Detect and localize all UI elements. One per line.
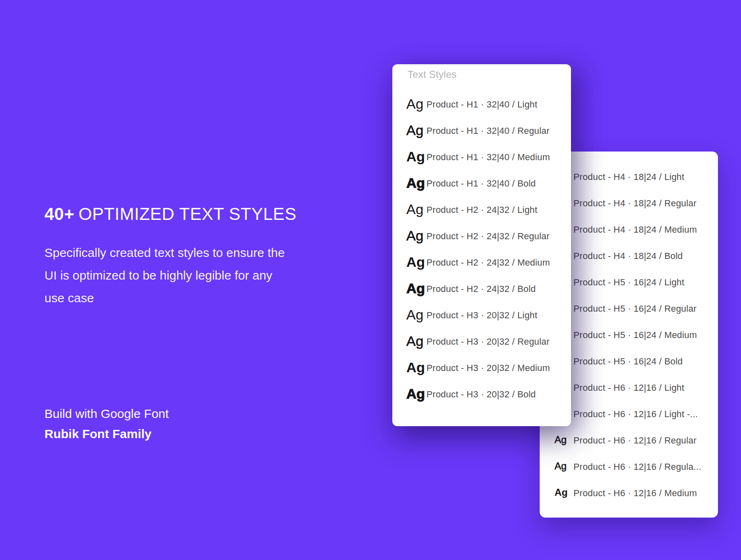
font-sample-ag: Ag — [406, 228, 426, 244]
text-style-label: Product - H5 · 16|24 / Light — [573, 277, 684, 288]
text-style-label: Product - H6 · 12|16 / Regular — [573, 435, 697, 446]
text-style-label: Product - H5 · 16|24 / Bold — [573, 356, 683, 367]
text-style-row: Product - H6 · 12|16 / Light -... — [555, 401, 712, 427]
text-style-label: Product - H1 · 32|40 / Medium — [426, 152, 550, 163]
font-sample-ag: Ag — [406, 122, 426, 138]
font-sample-ag: Ag — [406, 201, 426, 217]
text-style-label: Product - H3 · 20|32 / Light — [426, 310, 537, 321]
font-sample-ag: Ag — [406, 96, 426, 112]
text-style-label: Product - H6 · 12|16 / Regula... — [573, 462, 701, 472]
text-style-row: Product - H5 · 16|24 / Regular — [555, 296, 712, 322]
text-style-label: Product - H2 · 24|32 / Bold — [426, 284, 536, 294]
description-line: UI is optimized to be highly legible for… — [44, 264, 285, 287]
text-style-list: AgProduct - H1 · 32|40 / LightAgProduct … — [406, 91, 565, 408]
font-sample-ag: Ag — [406, 175, 426, 191]
text-style-row: Product - H5 · 16|24 / Bold — [555, 348, 712, 375]
text-style-label: Product - H6 · 12|16 / Light -... — [573, 409, 698, 420]
text-style-row: Product - H4 · 18|24 / Regular — [555, 190, 712, 217]
page-title: 40+OPTIMIZED TEXT STYLES — [44, 204, 296, 224]
text-style-row: Product - H4 · 18|24 / Light — [555, 164, 712, 190]
text-style-list: Product - H4 · 18|24 / LightProduct - H4… — [555, 164, 712, 506]
text-style-row: AgProduct - H1 · 32|40 / Medium — [406, 144, 565, 170]
title-highlight: 40+ — [44, 204, 75, 224]
footer-line: Build with Google Font — [44, 404, 169, 424]
font-sample-ag: Ag — [406, 386, 426, 402]
text-style-label: Product - H3 · 20|32 / Regular — [426, 336, 550, 347]
text-style-label: Product - H1 · 32|40 / Regular — [426, 126, 550, 136]
text-style-row: AgProduct - H6 · 12|16 / Regula... — [555, 454, 712, 480]
font-sample-ag: Ag — [406, 254, 426, 270]
description-line: Specifically created text styles to ensu… — [44, 241, 285, 264]
text-style-row: Product - H5 · 16|24 / Light — [555, 269, 712, 296]
text-style-label: Product - H3 · 20|32 / Medium — [426, 363, 550, 373]
description: Specifically created text styles to ensu… — [44, 241, 285, 309]
text-style-label: Product - H4 · 18|24 / Medium — [573, 224, 697, 235]
font-sample-ag: Ag — [406, 149, 426, 165]
footer-font-name: Rubik Font Family — [44, 424, 169, 444]
description-line: use case — [44, 287, 285, 309]
text-style-label: Product - H4 · 18|24 / Bold — [573, 251, 683, 261]
text-style-label: Product - H2 · 24|32 / Medium — [426, 257, 550, 268]
text-style-row: AgProduct - H6 · 12|16 / Medium — [555, 480, 712, 506]
title-rest: OPTIMIZED TEXT STYLES — [79, 204, 296, 224]
text-style-label: Product - H1 · 32|40 / Bold — [426, 178, 536, 189]
font-sample-ag: Ag — [406, 307, 426, 323]
text-style-row: AgProduct - H3 · 20|32 / Light — [406, 302, 565, 329]
text-style-row: Product - H6 · 12|16 / Light — [555, 375, 712, 401]
font-sample-ag: Ag — [555, 434, 573, 446]
text-style-label: Product - H2 · 24|32 / Regular — [426, 231, 550, 242]
text-style-row: AgProduct - H3 · 20|32 / Bold — [406, 381, 565, 408]
text-style-label: Product - H6 · 12|16 / Light — [573, 383, 684, 393]
text-style-row: AgProduct - H1 · 32|40 / Light — [406, 91, 565, 118]
text-style-label: Product - H5 · 16|24 / Regular — [573, 303, 697, 314]
text-style-row: AgProduct - H1 · 32|40 / Regular — [406, 118, 565, 144]
text-style-row: AgProduct - H2 · 24|32 / Light — [406, 197, 565, 223]
footer-note: Build with Google Font Rubik Font Family — [44, 404, 169, 444]
text-style-row: AgProduct - H1 · 32|40 / Bold — [406, 170, 565, 197]
text-style-label: Product - H4 · 18|24 / Regular — [573, 198, 697, 209]
text-style-row: AgProduct - H2 · 24|32 / Medium — [406, 250, 565, 276]
font-sample-ag: Ag — [555, 460, 573, 472]
text-styles-panel-front: Text Styles AgProduct - H1 · 32|40 / Lig… — [392, 64, 571, 426]
panel-title: Text Styles — [408, 69, 457, 80]
font-sample-ag: Ag — [555, 487, 573, 498]
text-style-row: AgProduct - H3 · 20|32 / Regular — [406, 329, 565, 355]
text-style-row: AgProduct - H3 · 20|32 / Medium — [406, 355, 565, 381]
text-style-row: Product - H4 · 18|24 / Bold — [555, 243, 712, 269]
text-style-row: Product - H4 · 18|24 / Medium — [555, 217, 712, 243]
font-sample-ag: Ag — [406, 359, 426, 376]
text-style-row: AgProduct - H6 · 12|16 / Regular — [555, 427, 712, 454]
text-style-row: Product - H5 · 16|24 / Medium — [555, 322, 712, 348]
text-style-label: Product - H3 · 20|32 / Bold — [426, 389, 536, 400]
text-style-label: Product - H6 · 12|16 / Medium — [573, 488, 697, 499]
text-style-label: Product - H5 · 16|24 / Medium — [573, 330, 697, 341]
font-sample-ag: Ag — [406, 333, 426, 349]
text-style-label: Product - H4 · 18|24 / Light — [573, 172, 684, 182]
text-style-label: Product - H1 · 32|40 / Light — [426, 99, 537, 110]
font-sample-ag: Ag — [406, 280, 426, 296]
text-style-row: AgProduct - H2 · 24|32 / Regular — [406, 223, 565, 250]
text-style-row: AgProduct - H2 · 24|32 / Bold — [406, 276, 565, 302]
text-style-label: Product - H2 · 24|32 / Light — [426, 205, 537, 215]
